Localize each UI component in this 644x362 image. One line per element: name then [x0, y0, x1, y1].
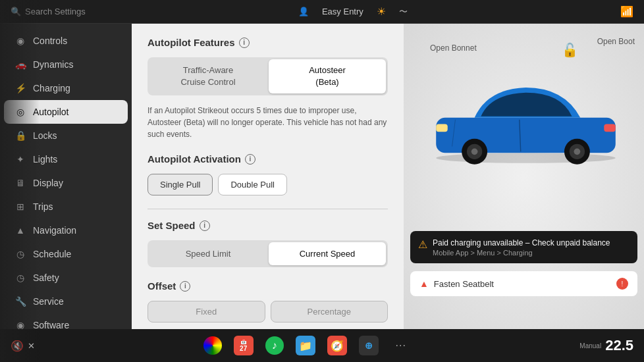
settings-panel: Autopilot Features i Traffic-AwareCruise…	[132, 24, 404, 329]
seat-indicators: !	[616, 278, 628, 290]
warning-triangle-icon: ⚠	[418, 238, 427, 251]
fixed-btn[interactable]: Fixed	[148, 301, 265, 323]
seatbelt-notification: ▲ Fasten Seatbelt !	[410, 271, 637, 296]
seatbelt-label: Fasten Seatbelt	[434, 279, 494, 289]
speed-area: 22.5	[605, 337, 633, 354]
open-boot-label[interactable]: Open Boot	[597, 37, 635, 46]
tesla-ui: 🔍 Search Settings 👤 Easy Entry ☀ 〜 📶 ◉ C…	[0, 0, 644, 362]
lock-icon[interactable]: 🔓	[562, 42, 578, 58]
easy-entry-label[interactable]: Easy Entry	[322, 7, 363, 16]
autosteer-btn[interactable]: Autosteer(Beta)	[269, 59, 386, 93]
features-info-icon[interactable]: i	[239, 38, 250, 48]
set-speed-group: Speed Limit Current Speed	[148, 240, 388, 267]
manual-label: Manual	[579, 341, 601, 350]
single-pull-btn[interactable]: Single Pull	[148, 174, 213, 195]
features-section-title: Autopilot Features i	[148, 37, 388, 48]
offset-section-title: Offset i	[148, 280, 388, 292]
svg-point-6	[471, 148, 478, 155]
car-svg	[417, 63, 635, 166]
top-temp-icon: 〜	[399, 6, 408, 18]
activation-title-text: Autopilot Activation	[148, 153, 241, 165]
taskbar-center: 📅 27 ♪ 📁 🧭 ⊕ ···	[203, 335, 412, 356]
activation-options: Single Pull Double Pull	[148, 174, 388, 195]
set-speed-section-title: Set Speed i	[148, 220, 388, 231]
offset-title-text: Offset	[148, 280, 176, 292]
traffic-aware-btn[interactable]: Traffic-AwareCruise Control	[149, 59, 267, 93]
more-apps[interactable]: ···	[390, 335, 412, 356]
svg-rect-3	[604, 124, 616, 132]
strikeout-description: If an Autopilot Strikeout occurs 5 times…	[148, 105, 388, 140]
features-title-text: Autopilot Features	[148, 37, 235, 48]
set-speed-info-icon[interactable]: i	[200, 220, 210, 231]
svg-point-9	[574, 148, 581, 155]
main-content: ◉ Controls 🚗 Dynamics ⚡ Charging ◎ Autop…	[0, 24, 644, 329]
top-center: 👤 Easy Entry ☀ 〜	[298, 5, 408, 18]
easy-entry-icon: 👤	[298, 7, 309, 16]
offset-info-icon[interactable]: i	[180, 281, 190, 292]
activation-info-icon[interactable]: i	[245, 154, 255, 165]
colorball-app[interactable]	[203, 336, 222, 355]
offset-options: Fixed Percentage	[148, 301, 388, 323]
seat-indicator-1: !	[616, 278, 628, 290]
car-panel: Open Bonnet Open Boot 🔓	[404, 24, 644, 329]
taskbar: 🔇 ✕ 📅 27 ♪ 📁 🧭 ⊕ ··· Manual 22.5	[0, 329, 644, 362]
edge-overlay	[0, 0, 40, 362]
open-bonnet-label[interactable]: Open Bonnet	[430, 43, 477, 53]
current-speed-btn[interactable]: Current Speed	[269, 242, 386, 265]
percentage-btn[interactable]: Percentage	[271, 301, 389, 323]
bluetooth-app[interactable]: ⊕	[359, 336, 379, 355]
autopilot-features-group: Traffic-AwareCruise Control Autosteer(Be…	[148, 57, 388, 95]
divider-1	[148, 209, 388, 209]
double-pull-btn[interactable]: Double Pull	[218, 174, 287, 195]
nav-app[interactable]: 🧭	[327, 336, 347, 355]
svg-rect-2	[436, 124, 448, 132]
speed-value: 22.5	[605, 337, 633, 353]
spotify-app[interactable]: ♪	[265, 336, 284, 355]
set-speed-title-text: Set Speed	[148, 220, 196, 231]
calendar-app[interactable]: 📅 27	[234, 336, 254, 355]
files-app[interactable]: 📁	[296, 336, 315, 355]
top-right-icons: 📶	[620, 5, 633, 18]
warning-subtitle: Mobile App > Menu > Charging	[433, 249, 610, 257]
taskbar-right: Manual 22.5	[579, 337, 633, 354]
warning-title: Paid charging unavailable – Check unpaid…	[433, 238, 610, 249]
warning-content: Paid charging unavailable – Check unpaid…	[433, 238, 610, 257]
activation-section-title: Autopilot Activation i	[148, 153, 388, 165]
top-bar: 🔍 Search Settings 👤 Easy Entry ☀ 〜 📶	[0, 0, 644, 24]
seatbelt-warning-icon: ▲	[419, 278, 429, 289]
car-illustration	[417, 63, 635, 168]
top-sun-icon: ☀	[377, 5, 386, 18]
wifi-icon: 📶	[620, 5, 633, 18]
speed-limit-btn[interactable]: Speed Limit	[149, 242, 267, 265]
warning-notification: ⚠ Paid charging unavailable – Check unpa…	[410, 231, 637, 263]
